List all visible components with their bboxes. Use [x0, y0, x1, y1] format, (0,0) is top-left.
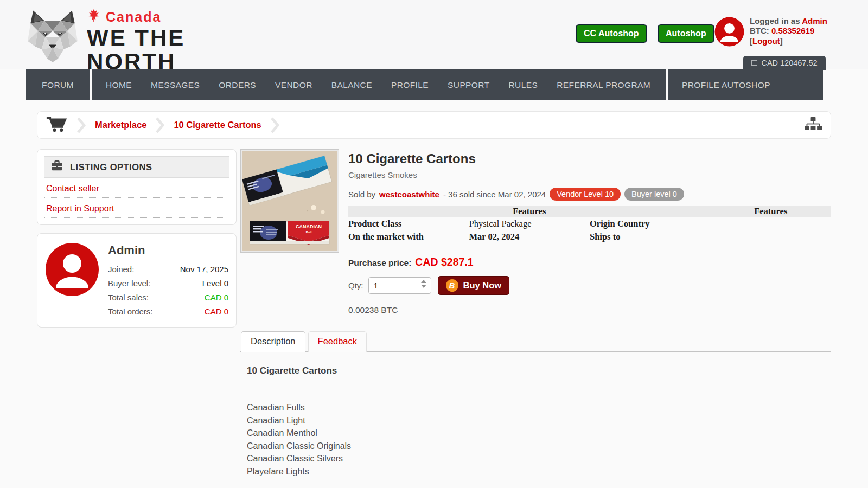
- sitemap-icon[interactable]: [805, 117, 822, 133]
- nav-item-vendor[interactable]: VENDOR: [275, 80, 312, 90]
- description-heading: 10 Cigarette Cartons: [247, 365, 831, 376]
- listing-options-header: LISTING OPTIONS: [44, 156, 229, 178]
- features-row: On the market with Mar 02, 2024 Ships to: [348, 230, 831, 243]
- site-logo[interactable]: Canada WE THE NORTH: [87, 9, 185, 72]
- nav-item-home[interactable]: HOME: [106, 80, 132, 90]
- cc-autoshop-button[interactable]: CC Autoshop: [576, 24, 647, 43]
- description-line: Canadian Light: [247, 414, 831, 427]
- seller-joined-row: Joined: Nov 17, 2025: [108, 262, 228, 276]
- product-category: Cigarettes Smokes: [348, 170, 831, 179]
- listing-options-panel: LISTING OPTIONS Contact seller Report in…: [37, 149, 237, 225]
- spinner-down-icon[interactable]: [421, 285, 426, 288]
- tab-description[interactable]: Description: [241, 331, 305, 352]
- breadcrumb-marketplace[interactable]: Marketplace: [95, 120, 146, 130]
- nav-item-orders[interactable]: ORDERS: [219, 80, 256, 90]
- seller-card: Admin Joined: Nov 17, 2025 Buyer level: …: [37, 233, 237, 328]
- spinner-up-icon[interactable]: [421, 280, 426, 283]
- feature-label: Origin Country: [590, 217, 711, 230]
- sold-by-label: Sold by: [348, 190, 375, 199]
- nav-block-autoshop: PROFILE AUTOSHOP: [668, 69, 823, 100]
- wallet-icon: [751, 60, 757, 66]
- purchase-price-label: Purchase price:: [348, 258, 411, 268]
- report-in-support-link[interactable]: Report in Support: [44, 198, 229, 218]
- breadcrumb-current-listing[interactable]: 10 Cigarette Cartons: [174, 120, 261, 130]
- total-orders-value: CAD 0: [205, 307, 228, 316]
- wolf-logo-icon[interactable]: [25, 7, 80, 67]
- sold-by-line: Sold by westcoastwhite - 36 sold since M…: [348, 188, 831, 201]
- main-panel: CANADIAN Full 10 Cigarette Cartons Cigar…: [240, 149, 831, 478]
- cad-balance-tab[interactable]: CAD 120467.52: [743, 56, 826, 70]
- description-line: Canadian Classic Originals: [247, 440, 831, 453]
- buy-now-button[interactable]: B Buy Now: [438, 276, 510, 295]
- total-sales-label: Total sales:: [108, 293, 149, 302]
- total-sales-row: Total sales: CAD 0: [108, 290, 228, 304]
- buy-now-label: Buy Now: [463, 280, 502, 291]
- svg-text:CANADIAN: CANADIAN: [296, 224, 322, 229]
- feature-label: Ships to: [590, 230, 711, 243]
- maple-leaf-icon: [87, 9, 101, 25]
- logo-country: Canada: [106, 9, 161, 25]
- btc-balance: 0.58352619: [771, 26, 814, 35]
- nav-item-profile[interactable]: PROFILE: [391, 80, 429, 90]
- autoshop-button[interactable]: Autoshop: [658, 24, 714, 43]
- feature-value: Physical Package: [469, 217, 590, 230]
- logo-line2: NORTH: [87, 52, 185, 73]
- qty-spinner[interactable]: [421, 280, 426, 288]
- description-line: Playefare Lights: [247, 465, 831, 478]
- btc-label: BTC:: [750, 26, 769, 35]
- nav-item-referral-program[interactable]: REFERRAL PROGRAM: [557, 80, 650, 90]
- product-photo[interactable]: CANADIAN Full: [240, 149, 339, 253]
- nav-block-forum: FORUM: [26, 69, 90, 100]
- cart-icon[interactable]: [46, 115, 68, 134]
- vendor-level-badge: Vendor Level 10: [550, 188, 621, 201]
- chevron-right-icon: [156, 117, 164, 133]
- joined-value: Nov 17, 2025: [180, 265, 228, 274]
- feature-value: [711, 217, 832, 230]
- buyer-level-row: Buyer level: Level 0: [108, 276, 228, 290]
- nav-item-profile-autoshop[interactable]: PROFILE AUTOSHOP: [682, 80, 770, 90]
- feature-label: Product Class: [348, 217, 469, 230]
- seller-name: Admin: [108, 243, 228, 258]
- description-line: Canadian Classic Silvers: [247, 452, 831, 465]
- tab-bar: Description Feedback: [240, 331, 831, 352]
- buyer-level-value: Level 0: [202, 279, 228, 288]
- username-link[interactable]: Admin: [802, 16, 827, 25]
- tab-feedback[interactable]: Feedback: [308, 331, 367, 352]
- logo-line1: WE THE: [87, 28, 185, 49]
- briefcase-icon: [51, 160, 63, 174]
- product-title: 10 Cigarette Cartons: [348, 151, 831, 166]
- user-avatar[interactable]: [714, 17, 744, 47]
- buyer-level-badge: Buyer level 0: [624, 188, 684, 201]
- joined-label: Joined:: [108, 265, 134, 274]
- btc-equivalent: 0.00238 BTC: [348, 305, 831, 315]
- description-panel: 10 Cigarette Cartons Canadian Fulls Cana…: [240, 352, 831, 478]
- sold-info: - 36 sold since Mar 02, 2024: [443, 190, 546, 199]
- feature-value: [711, 230, 832, 243]
- total-orders-label: Total orders:: [108, 307, 153, 316]
- seller-avatar: [45, 242, 99, 297]
- purchase-price-value: CAD $287.1: [415, 256, 473, 268]
- features-header: Features: [469, 206, 590, 217]
- sidebar: LISTING OPTIONS Contact seller Report in…: [37, 149, 237, 478]
- nav-item-support[interactable]: SUPPORT: [448, 80, 489, 90]
- bracket: ]: [780, 36, 783, 46]
- vendor-link[interactable]: westcoastwhite: [379, 190, 439, 199]
- contact-seller-link[interactable]: Contact seller: [44, 178, 229, 198]
- purchase-price-line: Purchase price: CAD $287.1: [348, 256, 831, 268]
- breadcrumb: Marketplace 10 Cigarette Cartons: [37, 111, 831, 139]
- features-header-spacer: [590, 206, 711, 217]
- qty-label: Qty:: [348, 281, 363, 290]
- svg-text:Full: Full: [306, 230, 312, 234]
- description-line: Canadian Menthol: [247, 427, 831, 440]
- nav-item-balance[interactable]: BALANCE: [331, 80, 372, 90]
- cad-balance: CAD 120467.52: [761, 59, 817, 67]
- buyer-level-label: Buyer level:: [108, 279, 150, 288]
- nav-item-messages[interactable]: MESSAGES: [151, 80, 200, 90]
- quantity-row: Qty: B Buy Now: [348, 276, 831, 295]
- logout-link[interactable]: Logout: [752, 36, 780, 46]
- nav-block-main: HOME MESSAGES ORDERS VENDOR BALANCE PROF…: [92, 69, 666, 100]
- nav-item-rules[interactable]: RULES: [509, 80, 538, 90]
- bitcoin-icon: B: [446, 279, 458, 292]
- nav-item-forum[interactable]: FORUM: [42, 80, 74, 90]
- description-line: Canadian Fulls: [247, 401, 831, 414]
